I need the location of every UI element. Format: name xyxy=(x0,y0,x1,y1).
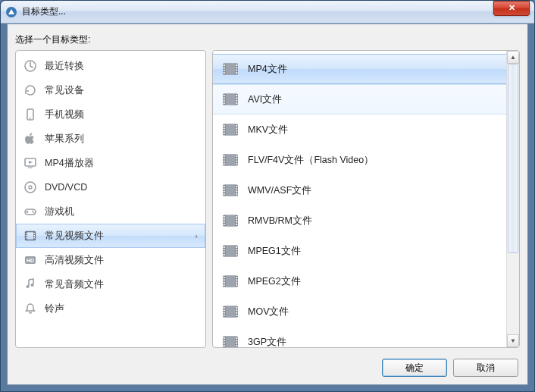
svg-rect-60 xyxy=(236,155,237,157)
svg-rect-39 xyxy=(224,102,225,104)
player-icon xyxy=(23,156,37,170)
svg-rect-99 xyxy=(224,284,225,286)
svg-rect-33 xyxy=(236,72,237,74)
file-label: AVI文件 xyxy=(248,93,282,106)
prompt-label: 选择一个目标类型: xyxy=(8,24,527,51)
svg-rect-115 xyxy=(226,337,236,348)
svg-rect-85 xyxy=(226,246,236,257)
category-item[interactable]: MP4播放器 xyxy=(16,151,205,175)
category-item[interactable]: 常见设备 xyxy=(16,78,205,102)
svg-text:HD: HD xyxy=(27,258,34,263)
category-item[interactable]: HD高清视频文件 xyxy=(16,248,205,272)
svg-rect-111 xyxy=(236,309,237,311)
svg-rect-101 xyxy=(236,279,237,281)
svg-rect-43 xyxy=(236,102,237,104)
svg-rect-46 xyxy=(224,125,225,127)
svg-rect-69 xyxy=(224,193,225,195)
svg-rect-117 xyxy=(224,340,225,341)
category-item[interactable]: 铃声 xyxy=(16,296,205,321)
file-label: MKV文件 xyxy=(248,124,288,136)
category-label: 常见设备 xyxy=(45,84,84,97)
svg-rect-70 xyxy=(236,186,237,187)
svg-point-9 xyxy=(32,211,33,212)
cancel-button[interactable]: 取消 xyxy=(453,359,518,377)
svg-rect-19 xyxy=(34,237,36,239)
file-label: FLV/F4V文件（Flash Video） xyxy=(248,154,374,167)
music-icon xyxy=(23,278,37,291)
file-item[interactable]: MKV文件 xyxy=(213,114,506,145)
svg-rect-113 xyxy=(236,315,237,316)
svg-rect-76 xyxy=(224,216,225,218)
svg-rect-25 xyxy=(226,64,236,75)
file-item[interactable]: RMVB/RM文件 xyxy=(213,205,506,236)
ok-button[interactable]: 确定 xyxy=(382,359,447,377)
svg-rect-52 xyxy=(236,130,237,132)
file-item[interactable]: AVI文件 xyxy=(213,84,506,114)
svg-rect-73 xyxy=(236,193,237,195)
svg-rect-62 xyxy=(236,161,237,162)
svg-rect-106 xyxy=(224,307,225,309)
svg-rect-96 xyxy=(224,277,225,278)
film-icon xyxy=(222,153,239,167)
file-item[interactable]: FLV/F4V文件（Flash Video） xyxy=(213,145,506,175)
cancel-button-label: 取消 xyxy=(477,362,495,375)
file-item[interactable]: MOV文件 xyxy=(213,296,506,327)
svg-rect-109 xyxy=(224,315,225,316)
file-item[interactable]: WMV/ASF文件 xyxy=(213,175,506,205)
svg-rect-14 xyxy=(26,233,27,234)
scroll-down-button[interactable]: ▼ xyxy=(507,334,519,347)
svg-rect-103 xyxy=(236,284,237,286)
svg-rect-48 xyxy=(224,130,225,132)
svg-rect-121 xyxy=(236,340,237,341)
svg-rect-63 xyxy=(236,163,237,165)
file-item[interactable]: MP4文件 xyxy=(213,54,506,84)
phone-icon xyxy=(23,108,37,121)
category-item[interactable]: 最近转换 xyxy=(16,54,205,78)
svg-rect-35 xyxy=(226,94,236,105)
scroll-thumb[interactable] xyxy=(508,64,518,253)
svg-rect-32 xyxy=(236,70,237,71)
svg-rect-91 xyxy=(236,249,237,250)
category-item[interactable]: 手机视频 xyxy=(16,102,205,127)
file-pane: MP4文件 AVI文件 MKV文件 FLV/F4V文件（Flash Video）… xyxy=(212,50,520,348)
svg-point-23 xyxy=(31,284,34,287)
svg-rect-112 xyxy=(236,312,237,314)
svg-rect-37 xyxy=(224,97,225,99)
ok-button-label: 确定 xyxy=(405,362,424,375)
scroll-up-button[interactable]: ▲ xyxy=(507,51,519,64)
category-item[interactable]: 苹果系列 xyxy=(16,127,205,151)
svg-point-10 xyxy=(33,212,35,214)
category-item[interactable]: 常见视频文件› xyxy=(16,224,205,248)
film-icon xyxy=(222,244,239,258)
svg-rect-45 xyxy=(226,124,236,136)
file-label: 3GP文件 xyxy=(248,336,286,348)
titlebar[interactable]: 目标类型... ✕ xyxy=(1,1,534,24)
category-item[interactable]: DVD/VCD xyxy=(16,175,205,199)
svg-rect-28 xyxy=(224,70,225,71)
svg-rect-95 xyxy=(226,276,236,287)
file-item[interactable]: MPEG1文件 xyxy=(213,236,506,266)
category-label: MP4播放器 xyxy=(45,157,94,170)
film-icon xyxy=(222,93,239,106)
svg-rect-105 xyxy=(226,306,236,318)
category-item[interactable]: 常见音频文件 xyxy=(16,272,205,296)
refresh-icon xyxy=(23,83,37,97)
svg-rect-29 xyxy=(224,72,225,74)
category-item[interactable]: 游戏机 xyxy=(16,199,205,224)
svg-rect-47 xyxy=(224,127,225,129)
svg-rect-42 xyxy=(236,100,237,102)
svg-rect-55 xyxy=(226,155,236,166)
panes: 最近转换常见设备手机视频苹果系列MP4播放器DVD/VCD游戏机常见视频文件›H… xyxy=(15,50,520,348)
scroll-track[interactable] xyxy=(507,64,519,334)
file-item[interactable]: 3GP文件 xyxy=(213,327,506,347)
svg-rect-26 xyxy=(224,64,225,66)
svg-rect-102 xyxy=(236,282,237,284)
svg-rect-15 xyxy=(26,235,27,237)
film-icon xyxy=(222,274,239,288)
svg-rect-108 xyxy=(224,312,225,314)
svg-rect-36 xyxy=(224,95,225,96)
svg-rect-88 xyxy=(224,252,225,253)
close-button[interactable]: ✕ xyxy=(493,1,530,16)
apple-icon xyxy=(23,132,37,146)
file-item[interactable]: MPEG2文件 xyxy=(213,266,506,296)
